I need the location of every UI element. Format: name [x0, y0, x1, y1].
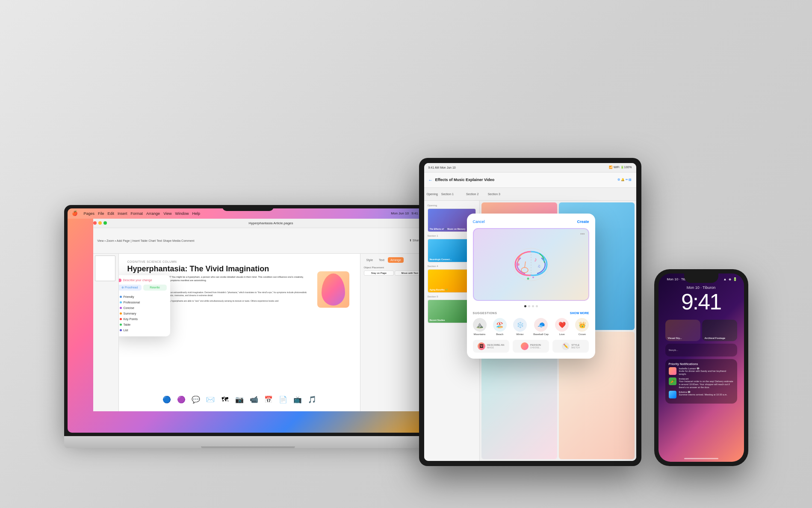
edwina-icon	[669, 391, 676, 398]
traffic-lights	[93, 221, 107, 225]
ipad-nav-title: Effects of Music Explainer Video	[435, 178, 615, 182]
macbook: 🍎 Pages File Edit Insert Format Arrange …	[64, 205, 432, 453]
storyboard-widget[interactable]: Storyb...	[665, 344, 737, 356]
pages-sidebar	[93, 254, 119, 411]
ai-option-keypoints[interactable]: Key Points	[119, 316, 167, 322]
suggestion-crown[interactable]: 👑 Crown	[575, 318, 589, 336]
ai-professional-label: Professional	[124, 301, 140, 304]
pages-toolbar: View • Zoom • Add Page | Insert Table Ch…	[93, 228, 428, 254]
ai-option-summary[interactable]: Summary	[119, 311, 167, 316]
suggestion-love[interactable]: ❤️ Love	[555, 318, 569, 336]
ipad-back-button[interactable]: ←	[428, 178, 433, 182]
tab-rewrite[interactable]: Rewrite	[143, 285, 167, 291]
menu-format[interactable]: Format	[131, 211, 143, 216]
instacart-content: Instacart Your Instacart order is on the…	[679, 377, 734, 389]
suggestion-baseball-cap[interactable]: 🧢 Baseball Cap	[533, 318, 549, 336]
notification-isabella[interactable]: Isabella Lamarr 💬 Invite for dinner with…	[669, 367, 734, 376]
archival-footage-widget[interactable]: Archival Footage	[702, 320, 737, 341]
dock-maps[interactable]: 🗺	[219, 394, 231, 406]
macbook-display: 🍎 Pages File Edit Insert Format Arrange …	[68, 208, 428, 433]
dock: 🔵 🟣 💬 ✉️ 🗺 📷 📹 📅 📄 📺 🎵	[119, 392, 360, 408]
menu-pages[interactable]: Pages	[84, 211, 95, 216]
ai-option-table[interactable]: Table	[119, 322, 167, 327]
tab-text[interactable]: Text	[376, 257, 387, 263]
battery-icon: 🔋	[733, 277, 737, 281]
notification-edwina[interactable]: Edwina 💬 Summer interns arrived. Meeting…	[669, 391, 734, 398]
dock-tv[interactable]: 📺	[292, 394, 304, 406]
dock-launchpad[interactable]: 🟣	[175, 394, 187, 406]
dock-messages[interactable]: 💬	[190, 394, 202, 406]
modal-cancel-button[interactable]: Cancel	[473, 220, 502, 224]
ipad-nav-actions[interactable]: ⚙ 🔔 ✏ ▤	[617, 178, 632, 181]
ai-option-professional[interactable]: Professional	[119, 300, 167, 305]
tab-style[interactable]: Style	[364, 257, 376, 263]
dock-mail[interactable]: ✉️	[204, 394, 216, 406]
menu-view[interactable]: View	[163, 211, 171, 216]
ipad-nav-bar: ← Effects of Music Explainer Video ⚙ 🔔 ✏…	[424, 172, 636, 188]
dock-music[interactable]: 🎵	[306, 394, 318, 406]
sketch-icon: ✏️	[562, 342, 570, 350]
svg-text:♫: ♫	[537, 264, 541, 268]
minimize-button[interactable]	[98, 221, 102, 225]
macbook-base	[64, 436, 432, 448]
dock-calendar[interactable]: 📅	[263, 394, 275, 406]
friendly-dot	[120, 296, 122, 298]
menu-file[interactable]: File	[98, 211, 104, 216]
dock-finder[interactable]: 🔵	[161, 394, 173, 406]
suggestion-winter[interactable]: ❄️ Winter	[513, 318, 527, 336]
pages-title-bar: Hyperphantasia Article.pages	[93, 219, 428, 228]
person-label: PERSON CHOOSE...	[530, 344, 541, 349]
baseball-cap-label: Baseball Cap	[533, 333, 549, 336]
menu-window[interactable]: Window	[175, 211, 189, 216]
ai-friendly-label: Friendly	[124, 295, 134, 298]
home-indicator	[684, 458, 718, 459]
menu-insert[interactable]: Insert	[118, 211, 127, 216]
ai-tabs: Proofread Rewrite	[119, 285, 167, 291]
describe-image-btn[interactable]: 🖼 DESCRIBE AN IMAGE	[473, 340, 509, 353]
pages-document-area: Describe your change Proofread Rewrite F…	[93, 254, 428, 411]
notifications-widget: Priority Notifications Isabella Lamarr 💬…	[665, 359, 737, 404]
dock-pages[interactable]: 📄	[277, 394, 289, 406]
visual-style-widget[interactable]: Visual Sty...	[665, 320, 700, 341]
beach-icon: 🏖️	[493, 318, 507, 332]
notification-instacart[interactable]: 🥕 Instacart Your Instacart order is on t…	[669, 377, 734, 389]
tab-proofread[interactable]: Proofread	[119, 285, 142, 291]
suggestions-header: SUGGESTIONS SHOW MORE	[473, 312, 589, 315]
suggestion-mountains[interactable]: ⛰️ Mountains	[473, 318, 487, 336]
ai-option-concise[interactable]: Concise	[119, 305, 167, 311]
style-sketch-btn[interactable]: ✏️ STYLE SKETCH	[552, 340, 589, 353]
dock-facetime[interactable]: 📹	[248, 394, 260, 406]
suggestion-beach[interactable]: 🏖️ Beach	[493, 318, 507, 336]
describe-label: DESCRIBE AN IMAGE	[487, 344, 504, 349]
maximize-button[interactable]	[103, 221, 107, 225]
page-thumb-1[interactable]	[95, 255, 115, 281]
toolbar-items: View • Zoom • Add Page | Insert Table Ch…	[97, 239, 195, 242]
dot-2	[528, 305, 530, 307]
person-avatar	[521, 342, 529, 350]
ai-option-friendly[interactable]: Friendly	[119, 294, 167, 300]
article-title: Hyperphantasia: The Vivid Imagination	[127, 265, 313, 273]
image-gen-modal: Cancel Create	[467, 214, 595, 359]
svg-point-4	[521, 267, 528, 273]
ipad-main-view: Cancel Create	[480, 201, 636, 461]
keypoints-dot	[120, 318, 122, 320]
modal-more-options[interactable]: •••	[580, 232, 585, 236]
menu-edit[interactable]: Edit	[108, 211, 115, 216]
modal-bottom-row: 🖼 DESCRIBE AN IMAGE PERSON	[473, 340, 589, 353]
ai-option-list[interactable]: List	[119, 327, 167, 333]
modal-page-dots	[473, 305, 589, 307]
tab-arrange[interactable]: Arrange	[388, 257, 404, 263]
menu-help[interactable]: Help	[192, 211, 201, 216]
close-button[interactable]	[93, 221, 97, 225]
dock-photos[interactable]: 📷	[233, 394, 245, 406]
menu-arrange[interactable]: Arrange	[146, 211, 160, 216]
svg-line-5	[525, 261, 526, 267]
modal-header: Cancel Create	[473, 220, 589, 224]
crown-label: Crown	[579, 333, 586, 336]
ai-table-label: Table	[124, 323, 131, 326]
person-choose-btn[interactable]: PERSON CHOOSE...	[513, 340, 549, 353]
show-more-button[interactable]: SHOW MORE	[570, 312, 589, 315]
modal-create-button[interactable]: Create	[560, 220, 589, 224]
document-title: Hyperphantasia Article.pages	[114, 221, 428, 225]
stay-on-page-btn[interactable]: Stay on Page	[364, 270, 394, 276]
